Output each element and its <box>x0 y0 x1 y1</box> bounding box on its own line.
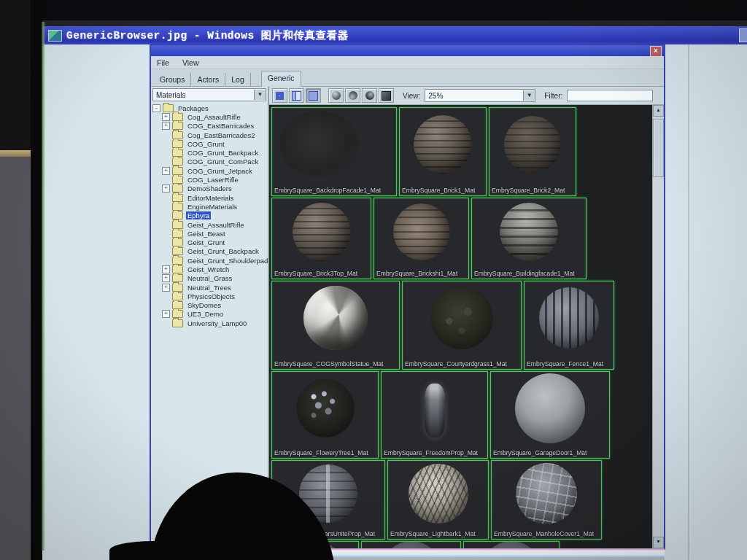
material-tile[interactable] <box>361 541 461 548</box>
tree-item-editormaterials[interactable]: EditorMaterials <box>151 193 268 202</box>
collapse-icon[interactable]: - <box>152 104 160 112</box>
grid-view-icon[interactable] <box>272 88 287 103</box>
folder-icon <box>172 194 183 202</box>
folder-icon <box>172 247 183 255</box>
material-tile-embrysquare_manholecover1_mat[interactable]: EmbrySquare_ManholeCover1_Mat <box>491 460 602 540</box>
close-icon[interactable]: × <box>650 46 662 57</box>
material-tile-embrysquare_cogsymbolstatue_mat[interactable]: EmbrySquare_COGSymbolStatue_Mat <box>271 281 400 370</box>
expand-icon[interactable]: + <box>162 122 170 130</box>
tree-item-neutral_grass[interactable]: +Neutral_Grass <box>151 274 268 283</box>
sphere-dark-primitive-icon[interactable] <box>362 88 377 103</box>
tree-item-cog_assaultrifle[interactable]: +Cog_AssaultRifle <box>151 112 268 121</box>
expand-icon[interactable]: + <box>162 274 170 282</box>
tree-item-enginematerials[interactable]: EngineMaterials <box>151 202 268 211</box>
screen-left-shadow <box>31 0 42 560</box>
material-tile-embrysquare_courtyardgrass1_mat[interactable]: EmbrySquare_Courtyardgrass1_Mat <box>402 281 522 370</box>
material-sphere-preview <box>409 464 468 524</box>
tree-item-geist_grunt_backpack[interactable]: Geist_Grunt_Backpack <box>151 247 268 256</box>
material-tile-label: EmbrySquare_Brick3Top_Mat <box>274 270 369 277</box>
tree-item-demoshaders[interactable]: +DemoShaders <box>151 184 268 193</box>
folder-icon <box>172 184 183 192</box>
tree-item-geist_wretch[interactable]: +Geist_Wretch <box>151 265 268 273</box>
material-sphere-preview <box>500 203 558 261</box>
expand-icon[interactable]: + <box>162 113 170 121</box>
expand-icon[interactable]: + <box>162 284 170 292</box>
tree-item-packages[interactable]: -Packages <box>151 104 268 112</box>
menu-file[interactable]: File <box>157 58 169 67</box>
tree-item-cog_grunt_backpack[interactable]: COG_Grunt_Backpack <box>151 148 268 157</box>
material-tile-embrysquare_brick1_mat[interactable]: EmbrySquare_Brick1_Mat <box>399 107 487 196</box>
zoom-level-dropdown[interactable]: 25% ▼ <box>425 89 535 102</box>
material-tile-embrysquare_brick2_mat[interactable]: EmbrySquare_Brick2_Mat <box>489 107 576 196</box>
scrollbar-track[interactable] <box>653 117 664 537</box>
tree-item-label: Cog_AssaultRifle <box>186 113 242 121</box>
tree-item-cog_eastbarricades[interactable]: +COG_EastBarricades <box>151 122 268 131</box>
scrollbar-thumb[interactable] <box>653 119 664 177</box>
zoom-level-value: 25% <box>425 92 523 100</box>
material-tile-label: EmbrySquare_FloweryTree1_Mat <box>274 449 376 456</box>
tree-item-geist_grunt[interactable]: Geist_Grunt <box>151 238 268 246</box>
tree-item-label: Geist_Grunt_Backpack <box>186 247 260 255</box>
tree-item-geist_grunt_shoulderpad[interactable]: Geist_Grunt_Shoulderpad <box>151 256 268 265</box>
tree-item-university_lamp00[interactable]: University_Lamp00 <box>151 319 268 327</box>
menu-view[interactable]: View <box>182 58 199 67</box>
resource-type-dropdown[interactable]: Materials ▼ <box>152 88 266 101</box>
material-tile-embrysquare_brickshi1_mat[interactable]: EmbrySquare_Brickshi1_Mat <box>374 198 469 279</box>
tree-item-geist_beast[interactable]: Geist_Beast <box>151 229 268 238</box>
tree-item-skydomes[interactable]: SkyDomes <box>151 301 268 310</box>
material-tile-embrysquare_brick3top_mat[interactable]: EmbrySquare_Brick3Top_Mat <box>271 198 371 279</box>
tree-item-label: Neutral_Trees <box>186 284 233 292</box>
tree-item-cog_grunt_jetpack[interactable]: +COG_Grunt_Jetpack <box>151 166 268 175</box>
expand-icon[interactable]: + <box>162 265 170 273</box>
projected-screen: GenericBrowser.jpg - Windows 图片和传真查看器 × … <box>42 26 747 560</box>
tree-item-ephyra[interactable]: Ephyra <box>151 211 268 220</box>
single-pane-view-icon[interactable] <box>306 88 321 103</box>
tree-item-cog_eastbarricades2[interactable]: Cog_EastBarricades2 <box>151 131 268 139</box>
chevron-down-icon[interactable]: ▼ <box>254 90 266 100</box>
expand-icon[interactable]: + <box>162 184 170 192</box>
folder-icon <box>163 104 174 112</box>
split-view-icon[interactable] <box>289 88 304 103</box>
tree-item-label: COG_LaserRifle <box>186 176 240 184</box>
folder-icon <box>172 131 183 139</box>
tree-item-label: SkyDomes <box>186 301 222 309</box>
tree-item-cog_grunt_compack[interactable]: COG_Grunt_ComPack <box>151 158 268 166</box>
tree-item-geist_assaultrifle[interactable]: Geist_AssaultRifle <box>151 220 268 229</box>
tab-groups[interactable]: Groups <box>154 73 191 86</box>
tree-item-label: Geist_Wretch <box>186 265 231 273</box>
tab-generic[interactable]: Generic <box>261 71 301 87</box>
sphere-primitive-icon[interactable] <box>328 88 344 103</box>
scroll-up-icon[interactable]: ▲ <box>653 105 664 117</box>
material-tile-embrysquare_buildingfacade1_mat[interactable]: EmbrySquare_Buildingfacade1_Mat <box>471 198 587 279</box>
expand-icon[interactable]: + <box>162 310 170 318</box>
filter-label: Filter: <box>544 92 562 100</box>
scroll-down-icon[interactable]: ▼ <box>653 537 664 548</box>
tree-item-cog_grunt[interactable]: COG_Grunt <box>151 139 268 148</box>
tree-item-neutral_trees[interactable]: +Neutral_Trees <box>151 283 268 292</box>
folder-icon <box>172 158 183 166</box>
material-tile-embrysquare_flowerytree1_mat[interactable]: EmbrySquare_FloweryTree1_Mat <box>271 371 379 459</box>
material-tile-embrysquare_backdropfacade1_mat[interactable]: EmbrySquare_BackdropFacade1_Mat <box>271 107 397 196</box>
expand-icon[interactable]: + <box>162 167 170 175</box>
chevron-down-icon[interactable]: ▼ <box>523 90 535 101</box>
tree-item-physicsobjects[interactable]: PhysicsObjects <box>151 292 268 300</box>
material-tile-embrysquare_garagedoor1_mat[interactable]: EmbrySquare_GarageDoor1_Mat <box>490 371 610 459</box>
filter-input[interactable] <box>567 90 653 101</box>
screen-top-band <box>42 20 747 26</box>
material-tile[interactable] <box>463 541 560 548</box>
material-tile-label: EmbrySquare_BackdropFacade1_Mat <box>274 187 395 194</box>
material-sphere-preview <box>430 287 493 349</box>
material-tile-embrysquare_lightbark1_mat[interactable]: EmbrySquare_Lightbark1_Mat <box>387 460 489 540</box>
tree-item-ue3_demo[interactable]: +UE3_Demo <box>151 310 268 319</box>
cube-primitive-icon[interactable] <box>379 88 394 103</box>
material-sphere-preview <box>296 379 355 438</box>
tab-actors[interactable]: Actors <box>191 73 225 86</box>
material-tile-embrysquare_freedomprop_mat[interactable]: EmbrySquare_FreedomProp_Mat <box>381 371 488 459</box>
material-tile-embrysquare_fence1_mat[interactable]: EmbrySquare_Fence1_Mat <box>524 281 614 370</box>
tab-log[interactable]: Log <box>225 73 251 86</box>
titlebar-button-partial[interactable] <box>739 28 747 42</box>
vertical-scrollbar[interactable]: ▲ ▼ <box>652 105 664 548</box>
tree-item-cog_laserrifle[interactable]: COG_LaserRifle <box>151 175 268 184</box>
sphere-alt-primitive-icon[interactable] <box>345 88 360 103</box>
material-sphere-preview <box>504 116 561 173</box>
